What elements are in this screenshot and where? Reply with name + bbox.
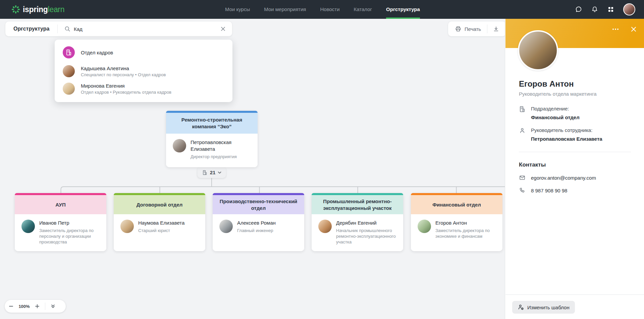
edit-template-button[interactable]: Изменить шаблон: [512, 301, 575, 314]
person-name: Дерябин Евгений: [336, 220, 398, 226]
org-card-industrial-repair-section[interactable]: Промышленный ремонтно-эксплуатационный у…: [312, 193, 403, 251]
children-count-badge[interactable]: 5: [246, 252, 271, 262]
edit-template-label: Изменить шаблон: [527, 305, 570, 310]
collapse-all-icon[interactable]: [47, 300, 59, 313]
card-body: Иванов Петр Заместитель директора по пер…: [15, 214, 106, 251]
chevron-down-icon: [65, 256, 69, 258]
card-title: Производственно-технический отдел: [213, 195, 304, 214]
email-icon: [519, 174, 526, 181]
card-title: Промышленный ремонтно-эксплуатационный у…: [312, 195, 403, 214]
nav-item-my-events[interactable]: Мои мероприятия: [264, 0, 306, 19]
chat-icon[interactable]: [575, 6, 582, 13]
navbar-actions: [575, 0, 635, 19]
avatar: [21, 220, 35, 233]
nav-item-orgstructure[interactable]: Оргструктура: [386, 0, 420, 19]
result-title: Отдел кадров: [81, 50, 113, 55]
children-count-badge[interactable]: 2: [48, 252, 73, 262]
more-options-icon[interactable]: [610, 24, 621, 34]
close-icon[interactable]: [629, 24, 639, 34]
field-value: Финансовый отдел: [531, 114, 580, 121]
person-role: Заместитель директора по экономике и фин…: [435, 228, 498, 239]
zoom-out-button[interactable]: [5, 300, 17, 313]
orgstructure-search-bar: Оргструктура: [5, 21, 232, 36]
org-card-finance-dept[interactable]: Финансовый отдел Егоров Антон Заместител…: [411, 193, 502, 251]
building-icon: [448, 254, 454, 259]
main-navigation: Мои курсы Мои мероприятия Новости Катало…: [225, 0, 420, 19]
search-result-person[interactable]: Кадышева Алевтина Специалист по персонал…: [55, 62, 232, 80]
card-title: Финансовый отдел: [411, 195, 502, 214]
avatar: [173, 139, 186, 152]
card-title: Ремонтно-строительная компания “Эко”: [166, 113, 258, 134]
person-name: Алексеев Роман: [237, 220, 276, 226]
person-name: Иванов Петр: [39, 220, 102, 226]
result-title: Кадышева Алевтина: [81, 65, 166, 71]
building-icon: [349, 254, 355, 259]
panel-body: Егоров Антон Руководитель отдела маркети…: [505, 48, 644, 294]
zoom-level: 100%: [17, 304, 31, 309]
search-result-department[interactable]: Отдел кадров: [55, 44, 232, 61]
building-icon: [52, 254, 58, 259]
orgstructure-page: ispringlearn Мои курсы Мои мероприятия Н…: [0, 0, 644, 319]
logo-text: ispringlearn: [23, 5, 64, 14]
nav-item-my-courses[interactable]: Мои курсы: [225, 0, 250, 19]
bell-icon[interactable]: [591, 6, 598, 13]
children-count: 2: [456, 254, 459, 260]
result-subtitle: Отдел кадров • Руководитель отдела кадро…: [81, 90, 171, 95]
print-button[interactable]: Печать: [448, 21, 487, 36]
divider: [57, 25, 58, 33]
search-icon: [64, 26, 70, 32]
result-title: Миронова Евгения: [81, 83, 171, 89]
building-icon: [63, 46, 75, 58]
user-avatar[interactable]: [623, 3, 635, 15]
chevron-down-icon: [218, 172, 221, 174]
result-subtitle: Специалист по персоналу • Отдел кадров: [81, 72, 166, 77]
clear-search-icon[interactable]: [218, 24, 228, 34]
zoom-controls: 100%: [5, 300, 66, 313]
building-icon: [519, 105, 526, 121]
person-name: Егоров Антон: [435, 220, 498, 226]
root-children-count-badge[interactable]: 21: [198, 167, 226, 178]
org-chart-canvas[interactable]: 21 Ремонтно-строительная компания “Эко” …: [0, 19, 505, 319]
nav-item-catalog[interactable]: Каталог: [354, 0, 372, 19]
person-role: Начальник промышленного ремонтно-эксплуа…: [336, 228, 398, 245]
search-input[interactable]: [74, 26, 218, 32]
org-card-aup[interactable]: АУП Иванов Петр Заместитель директора по…: [15, 193, 106, 251]
avatar: [120, 220, 134, 233]
person-icon: [519, 127, 526, 142]
employee-role: Руководитель отдела маркетинга: [519, 91, 631, 97]
card-body: Дерябин Евгений Начальник промышленного …: [312, 214, 403, 251]
ispring-logo[interactable]: ispringlearn: [11, 0, 64, 19]
contact-phone[interactable]: 8 987 908 90 98: [519, 187, 631, 194]
search-results-dropdown: Отдел кадров Кадышева Алевтина Специалис…: [55, 40, 232, 102]
search-result-person[interactable]: Миронова Евгения Отдел кадров • Руководи…: [55, 80, 232, 97]
panel-footer: Изменить шаблон: [505, 294, 644, 319]
org-card-company-root[interactable]: Ремонтно-строительная компания “Эко” Пет…: [166, 111, 258, 167]
person-role: Главный инженер: [237, 228, 276, 233]
contacts-title: Контакты: [519, 162, 631, 168]
children-count-badge[interactable]: 4: [344, 252, 370, 262]
person-gear-icon: [518, 304, 524, 311]
card-body: Алексеев Роман Главный инженер: [213, 214, 304, 251]
org-card-production-tech-dept[interactable]: Производственно-технический отдел Алексе…: [213, 193, 304, 251]
root-children-count: 21: [210, 170, 216, 175]
page-title: Оргструктура: [5, 26, 57, 32]
children-count: 4: [357, 254, 360, 260]
children-count: 5: [258, 254, 261, 260]
person-name: Петропавловская Елизавета: [191, 139, 253, 152]
person-name: Наумова Елизавета: [138, 220, 184, 226]
contact-email[interactable]: egorov.anton@company.com: [519, 174, 631, 181]
zoom-in-button[interactable]: [31, 300, 44, 313]
card-title: Договорной отдел: [114, 195, 205, 214]
org-card-contract-dept[interactable]: Договорной отдел Наумова Елизавета Старш…: [114, 193, 205, 251]
nav-item-news[interactable]: Новости: [320, 0, 339, 19]
divider: [519, 152, 631, 152]
avatar: [318, 220, 332, 233]
building-icon: [202, 170, 208, 175]
print-export-toolbar: Печать: [448, 21, 506, 36]
apps-grid-icon[interactable]: [607, 6, 614, 13]
card-body: Егоров Антон Заместитель директора по эк…: [411, 214, 502, 251]
card-body: Наумова Елизавета Старший юрист: [114, 214, 205, 251]
download-icon[interactable]: [487, 21, 505, 36]
panel-actions: [610, 24, 639, 34]
children-count-badge[interactable]: 2: [444, 252, 469, 262]
